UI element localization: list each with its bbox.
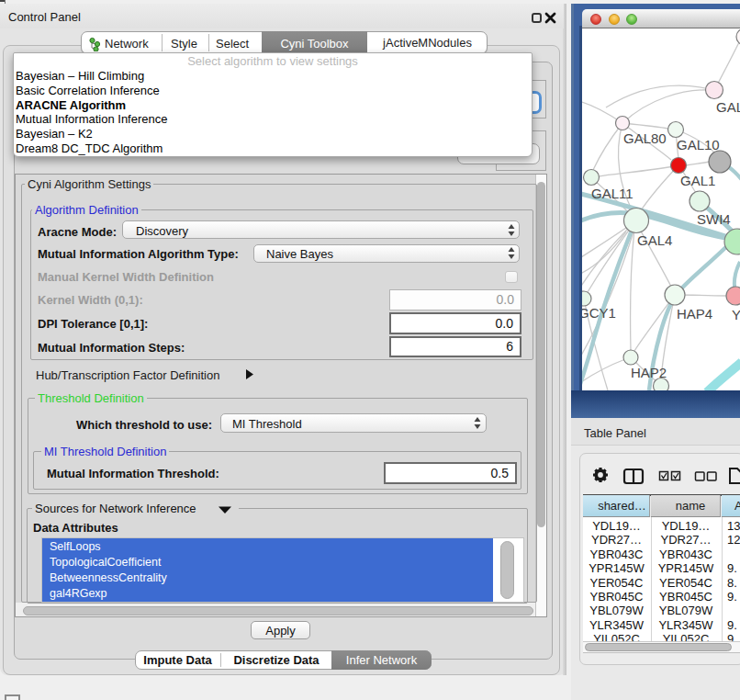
svg-text:HAP2: HAP2	[631, 365, 667, 380]
svg-text:GAL10: GAL10	[677, 137, 720, 152]
svg-text:GAL4: GAL4	[637, 232, 672, 248]
svg-text:GAL11: GAL11	[591, 186, 633, 201]
svg-text:SWI4: SWI4	[697, 211, 731, 227]
svg-text:GAL1: GAL1	[680, 173, 715, 188]
svg-text:HAP4: HAP4	[677, 306, 712, 322]
svg-text:GCY1: GCY1	[582, 305, 616, 321]
svg-text:GAL2: GAL2	[716, 99, 740, 115]
svg-text:YL: YL	[732, 307, 740, 322]
svg-text:GAL80: GAL80	[623, 130, 667, 146]
